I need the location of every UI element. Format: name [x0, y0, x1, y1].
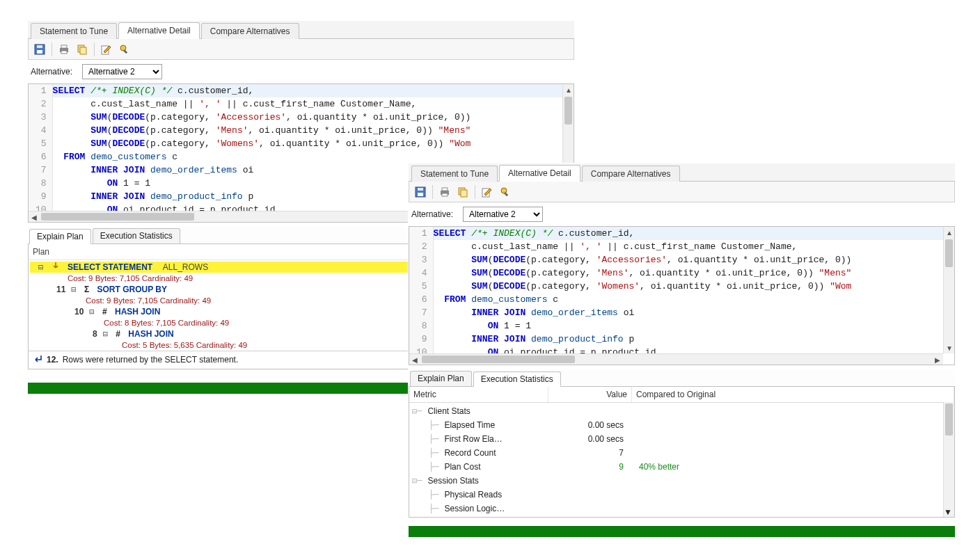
tab-statement-to-tune[interactable]: Statement to Tune [411, 166, 498, 182]
line-number: 1 [416, 227, 427, 240]
right-panel: Statement to Tune Alternative Detail Com… [409, 163, 955, 518]
code-line[interactable]: SUM(DECODE(p.category, 'Womens', oi.quan… [53, 137, 574, 150]
line-number: 3 [35, 111, 47, 124]
tab-compare-alternatives[interactable]: Compare Alternatives [582, 166, 680, 182]
plan-op-icon: Σ [84, 284, 89, 295]
scroll-up-icon[interactable]: ▲ [563, 84, 574, 95]
code-line[interactable]: FROM demo_customers c [53, 150, 574, 163]
stats-row[interactable]: ├─First Row Ela…0.00 secs [412, 432, 954, 446]
footer-bar-right [409, 526, 955, 537]
collapse-icon[interactable]: ⊟ [71, 284, 76, 295]
line-number: 5 [35, 137, 47, 150]
subtab-explain-plan[interactable]: Explain Plan [410, 371, 472, 386]
stats-value [551, 488, 635, 502]
svg-rect-15 [442, 188, 448, 191]
stats-row[interactable]: ├─Physical Reads [412, 488, 954, 502]
tune-button[interactable] [497, 184, 514, 200]
save-button[interactable] [412, 184, 429, 200]
scroll-left-icon[interactable]: ◀ [29, 211, 40, 223]
stats-compared [635, 418, 954, 432]
line-number: 9 [416, 333, 427, 346]
line-number: 6 [35, 150, 47, 163]
line-number: 4 [35, 124, 47, 137]
select-statement-icon [52, 262, 60, 270]
top-tabstrip-right: Statement to Tune Alternative Detail Com… [409, 163, 955, 182]
code-line[interactable]: SELECT /*+ INDEX(C) */ c.customer_id, [434, 227, 954, 240]
collapse-icon[interactable]: ⊟ [89, 306, 94, 317]
stats-vscrollbar[interactable]: ▲ ▼ [943, 402, 954, 517]
scroll-right-icon[interactable]: ▶ [932, 354, 943, 365]
stats-col-compared[interactable]: Compared to Original [632, 387, 954, 402]
stats-row[interactable]: ├─Session Logic… [412, 502, 954, 516]
tab-alternative-detail[interactable]: Alternative Detail [499, 165, 580, 182]
line-number: 1 [35, 84, 47, 97]
edit-button[interactable] [479, 184, 496, 200]
code-line[interactable]: ON 1 = 1 [434, 319, 954, 333]
line-number: 4 [416, 266, 427, 280]
subtab-explain-plan[interactable]: Explain Plan [29, 229, 91, 244]
subtab-execution-statistics[interactable]: Execution Statistics [473, 372, 561, 387]
scroll-up-icon[interactable]: ▲ [944, 227, 955, 238]
code-line[interactable]: SUM(DECODE(p.category, 'Accessories', oi… [53, 111, 574, 124]
editor-hscrollbar[interactable]: ◀ ▶ [409, 353, 943, 365]
print-button[interactable] [436, 184, 453, 200]
alternative-label: Alternative: [31, 67, 72, 77]
copy-button[interactable] [74, 41, 90, 58]
code-line[interactable]: SUM(DECODE(p.category, 'Womens', oi.quan… [434, 280, 954, 293]
alternative-select[interactable]: Alternative 2 [463, 207, 543, 222]
subtab-execution-statistics[interactable]: Execution Statistics [93, 228, 180, 243]
stats-row[interactable]: ├─Record Count7 [412, 446, 954, 460]
code-line[interactable]: INNER JOIN demo_order_items oi [434, 306, 954, 319]
line-number: 5 [416, 280, 427, 293]
code-line[interactable]: FROM demo_customers c [434, 293, 954, 306]
save-button[interactable] [31, 41, 48, 58]
scroll-down-icon[interactable]: ▼ [944, 507, 952, 517]
scroll-down-icon[interactable]: ▼ [944, 342, 955, 353]
code-line[interactable]: SUM(DECODE(p.category, 'Accessories', oi… [434, 253, 954, 266]
svg-rect-2 [37, 45, 42, 48]
code-line[interactable]: c.cust_last_name || ', ' || c.cust_first… [53, 97, 574, 111]
collapse-icon[interactable]: ⊟ [103, 328, 108, 340]
scroll-thumb[interactable] [945, 404, 953, 436]
tune-button[interactable] [116, 41, 133, 58]
line-number: 7 [35, 163, 47, 177]
stats-rows[interactable]: ⊟─Client Stats├─Elapsed Time0.00 secs├─F… [409, 403, 954, 517]
toolbar-right [409, 182, 955, 202]
stats-group[interactable]: ⊟─Client Stats [412, 404, 954, 418]
svg-rect-4 [61, 45, 67, 48]
stats-metric: First Row Ela… [444, 432, 502, 446]
stats-row[interactable]: ├─Plan Cost940% better [412, 460, 954, 474]
line-number: 8 [35, 177, 47, 190]
editor-vscrollbar[interactable]: ▲ ▼ [943, 227, 954, 353]
tab-statement-to-tune[interactable]: Statement to Tune [31, 23, 117, 39]
edit-button[interactable] [98, 41, 115, 58]
code-line[interactable]: SUM(DECODE(p.category, 'Mens', oi.quanti… [53, 124, 574, 137]
line-number: 2 [35, 97, 47, 111]
copy-button[interactable] [455, 184, 471, 200]
print-button[interactable] [56, 41, 72, 58]
line-number: 7 [416, 306, 427, 319]
stats-col-value[interactable]: Value [548, 387, 632, 402]
scroll-left-icon[interactable]: ◀ [409, 354, 420, 365]
collapse-icon[interactable]: ⊟ [38, 262, 43, 273]
code-line[interactable]: SUM(DECODE(p.category, 'Mens', oi.quanti… [434, 266, 954, 280]
stats-value: 0.00 secs [551, 432, 635, 446]
stats-col-metric[interactable]: Metric [409, 387, 548, 402]
scroll-thumb[interactable] [945, 239, 953, 267]
sql-editor-right[interactable]: 12345678910 SELECT /*+ INDEX(C) */ c.cus… [409, 226, 955, 365]
tab-compare-alternatives[interactable]: Compare Alternatives [201, 23, 299, 39]
scroll-thumb[interactable] [564, 97, 572, 125]
alternative-select[interactable]: Alternative 2 [82, 64, 162, 79]
stats-row[interactable]: ├─Elapsed Time0.00 secs [412, 418, 954, 432]
hscroll-thumb[interactable] [422, 356, 575, 363]
tab-alternative-detail[interactable]: Alternative Detail [118, 22, 200, 39]
svg-rect-5 [61, 51, 67, 54]
hscroll-thumb[interactable] [41, 213, 194, 221]
code-line[interactable]: c.cust_last_name || ', ' || c.cust_first… [434, 240, 954, 253]
code-line[interactable]: INNER JOIN demo_product_info p [434, 333, 954, 346]
line-number: 9 [35, 190, 47, 203]
code-line[interactable]: SELECT /*+ INDEX(C) */ c.customer_id, [53, 84, 574, 97]
plan-footer-step: 12. [47, 355, 58, 365]
svg-rect-18 [461, 190, 467, 197]
stats-group[interactable]: ⊟─Session Stats [412, 474, 954, 488]
